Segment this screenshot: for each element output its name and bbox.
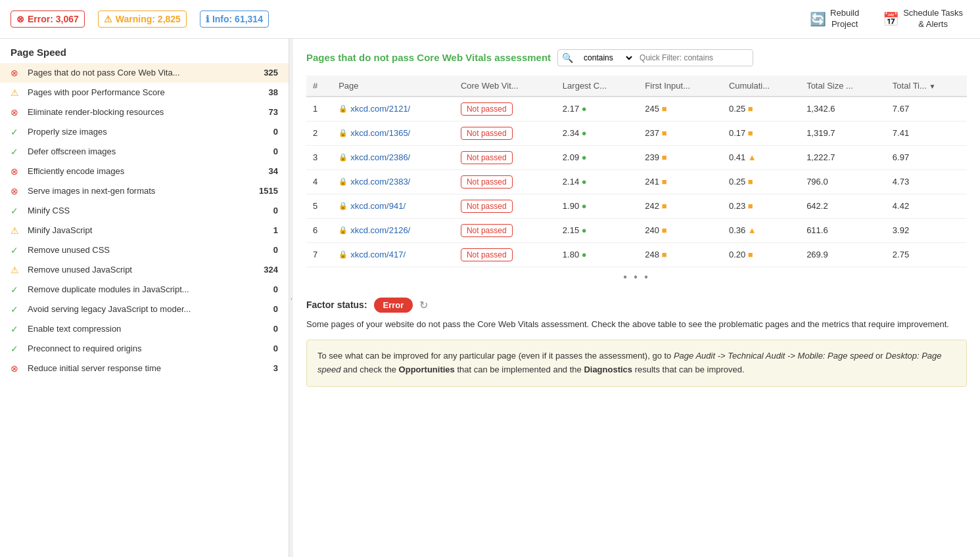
sidebar-item-label-10: Remove unused JavaScript — [28, 265, 258, 275]
sidebar-item-2[interactable]: ⊗ Eliminate render-blocking resources 73 — [0, 102, 289, 122]
row-lcp: 2.34 ● — [556, 121, 639, 145]
row-page: 🔒 xkcd.com/2386/ — [332, 145, 454, 169]
content-title: Pages that do not pass Core Web Vitals a… — [306, 52, 551, 63]
table-row: 7 🔒 xkcd.com/417/ Not passed 1.80 ● 248 … — [306, 242, 967, 267]
rebuild-label: RebuildProject — [830, 8, 859, 29]
error-badge[interactable]: ⊗ Error: 3,067 — [11, 11, 85, 28]
row-num: 4 — [306, 169, 332, 194]
table-row: 5 🔒 xkcd.com/941/ Not passed 1.90 ● 242 … — [306, 194, 967, 218]
sidebar-item-8[interactable]: ⚠ Minify JavaScript 1 — [0, 221, 289, 240]
row-total-time: 4.73 — [886, 169, 967, 194]
row-cwv: Not passed — [454, 218, 556, 242]
filter-input[interactable] — [634, 51, 753, 65]
info-box-text: To see what can be improved for any part… — [317, 351, 942, 374]
sidebar-item-13[interactable]: ✓ Enable text compression 0 — [0, 319, 289, 339]
sidebar-item-count-10: 324 — [258, 265, 278, 275]
sidebar-item-7[interactable]: ✓ Minify CSS 0 — [0, 201, 289, 221]
refresh-icon[interactable]: ↻ — [419, 299, 428, 311]
schedule-icon: 📅 — [883, 11, 899, 27]
factor-description: Some pages of your website do not pass t… — [306, 318, 967, 331]
fid-dot: ■ — [662, 177, 667, 187]
sidebar-title: Page Speed — [0, 39, 289, 63]
sidebar-item-count-0: 325 — [258, 68, 278, 78]
sidebar-item-count-1: 38 — [258, 87, 278, 97]
th-5: Cumulati... — [722, 76, 800, 97]
sidebar-item-label-7: Minify CSS — [28, 206, 258, 215]
sidebar-item-3[interactable]: ✓ Properly size images 0 — [0, 122, 289, 142]
table-row: 4 🔒 xkcd.com/2383/ Not passed 2.14 ● 241… — [306, 169, 967, 194]
page-link[interactable]: 🔒 xkcd.com/1365/ — [338, 128, 448, 138]
not-passed-badge: Not passed — [461, 175, 513, 189]
sidebar-item-11[interactable]: ✓ Remove duplicate modules in JavaScript… — [0, 280, 289, 300]
row-cwv: Not passed — [454, 242, 556, 267]
info-badge[interactable]: ℹ Info: 61,314 — [200, 11, 269, 28]
th-2: Core Web Vit... — [454, 76, 556, 97]
row-num: 5 — [306, 194, 332, 218]
row-cls: 0.41 ▲ — [722, 145, 800, 169]
schedule-tasks-button[interactable]: 📅 Schedule Tasks& Alerts — [876, 5, 969, 33]
sidebar-item-count-4: 0 — [258, 146, 278, 156]
error-label: Error: 3,067 — [28, 14, 79, 24]
factor-error-button[interactable]: Error — [374, 298, 413, 313]
cls-dot: ■ — [748, 128, 753, 138]
page-link[interactable]: 🔒 xkcd.com/2386/ — [338, 152, 448, 162]
sidebar-item-10[interactable]: ⚠ Remove unused JavaScript 324 — [0, 260, 289, 280]
sidebar-item-label-1: Pages with poor Performance Score — [28, 87, 258, 97]
row-cls: 0.20 ■ — [722, 242, 800, 267]
row-cwv: Not passed — [454, 145, 556, 169]
th-7[interactable]: Total Ti... ▼ — [886, 76, 967, 97]
not-passed-badge: Not passed — [461, 102, 513, 116]
page-link[interactable]: 🔒 xkcd.com/417/ — [338, 250, 448, 259]
not-passed-badge: Not passed — [461, 151, 513, 164]
table-row: 3 🔒 xkcd.com/2386/ Not passed 2.09 ● 239… — [306, 145, 967, 169]
sidebar-item-5[interactable]: ⊗ Efficiently encode images 34 — [0, 162, 289, 181]
warning-badge[interactable]: ⚠ Warning: 2,825 — [98, 11, 187, 28]
sidebar-item-9[interactable]: ✓ Remove unused CSS 0 — [0, 240, 289, 260]
table-body: 1 🔒 xkcd.com/2121/ Not passed 2.17 ● 245… — [306, 97, 967, 267]
sidebar-item-icon-7: ✓ — [11, 206, 22, 216]
row-fid: 237 ■ — [638, 121, 722, 145]
table-row: 1 🔒 xkcd.com/2121/ Not passed 2.17 ● 245… — [306, 97, 967, 122]
row-total-size: 1,342.6 — [800, 97, 886, 122]
factor-status-section: Factor status: Error ↻ Some pages of you… — [306, 298, 967, 387]
sidebar-item-4[interactable]: ✓ Defer offscreen images 0 — [0, 142, 289, 162]
row-lcp: 2.15 ● — [556, 218, 639, 242]
row-total-size: 1,319.7 — [800, 121, 886, 145]
sidebar-item-6[interactable]: ⊗ Serve images in next-gen formats 1515 — [0, 181, 289, 201]
warning-label: Warning: 2,825 — [116, 14, 181, 24]
sidebar-item-label-15: Reduce initial server response time — [28, 363, 258, 373]
schedule-label: Schedule Tasks& Alerts — [903, 8, 963, 29]
lcp-dot: ● — [582, 104, 587, 114]
row-num: 3 — [306, 145, 332, 169]
th-3: Largest C... — [556, 76, 639, 97]
sidebar-item-14[interactable]: ✓ Preconnect to required origins 0 — [0, 339, 289, 359]
row-total-time: 4.42 — [886, 194, 967, 218]
sidebar-item-12[interactable]: ✓ Avoid serving legacy JavaScript to mod… — [0, 300, 289, 319]
sidebar-item-0[interactable]: ⊗ Pages that do not pass Core Web Vita..… — [0, 63, 289, 83]
rebuild-project-button[interactable]: 🔄 RebuildProject — [803, 5, 866, 33]
page-link[interactable]: 🔒 xkcd.com/941/ — [338, 201, 448, 211]
page-link[interactable]: 🔒 xkcd.com/2383/ — [338, 177, 448, 187]
sidebar-item-icon-15: ⊗ — [11, 363, 22, 374]
table-row: 6 🔒 xkcd.com/2126/ Not passed 2.15 ● 240… — [306, 218, 967, 242]
row-lcp: 2.17 ● — [556, 97, 639, 122]
page-link[interactable]: 🔒 xkcd.com/2121/ — [338, 104, 448, 114]
lcp-dot: ● — [582, 177, 587, 187]
factor-status-header: Factor status: Error ↻ — [306, 298, 967, 313]
sidebar-item-label-13: Enable text compression — [28, 324, 258, 334]
page-link[interactable]: 🔒 xkcd.com/2126/ — [338, 225, 448, 235]
sidebar-item-1[interactable]: ⚠ Pages with poor Performance Score 38 — [0, 83, 289, 102]
filter-type-select[interactable]: contains equals starts with — [577, 50, 634, 66]
row-total-time: 7.67 — [886, 97, 967, 122]
cls-dot: ▲ — [748, 152, 757, 162]
sidebar-item-count-9: 0 — [258, 245, 278, 255]
info-box: To see what can be improved for any part… — [306, 340, 967, 387]
sidebar-item-label-4: Defer offscreen images — [28, 146, 258, 156]
fid-dot: ■ — [662, 250, 667, 259]
sidebar-item-15[interactable]: ⊗ Reduce initial server response time 3 — [0, 359, 289, 378]
lock-icon: 🔒 — [338, 202, 348, 210]
row-fid: 248 ■ — [638, 242, 722, 267]
cls-dot: ■ — [748, 201, 753, 211]
row-cls: 0.25 ■ — [722, 169, 800, 194]
sidebar-item-label-12: Avoid serving legacy JavaScript to moder… — [28, 304, 258, 314]
